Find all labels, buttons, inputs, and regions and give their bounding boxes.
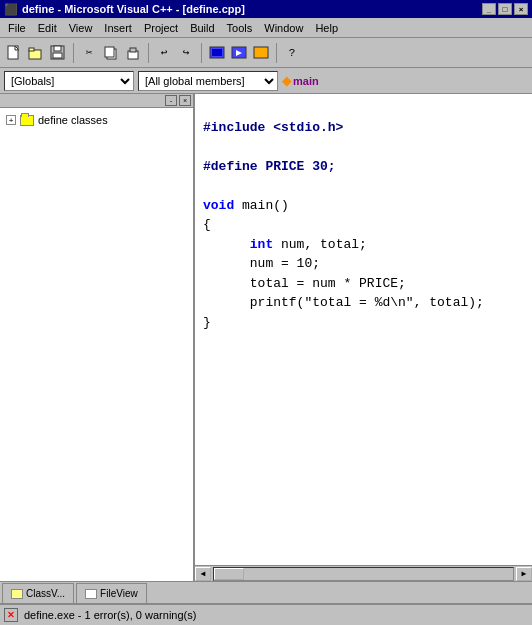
main-area: - × + define classes #include <stdio.h> …	[0, 94, 532, 581]
menu-bar: File Edit View Insert Project Build Tool…	[0, 18, 532, 38]
tree-area: + define classes	[0, 108, 193, 581]
tree-label: define classes	[38, 114, 108, 126]
open-file-button[interactable]	[26, 43, 46, 63]
toolbar-sep-4	[276, 43, 277, 63]
function-label: ◆ main	[282, 74, 319, 88]
class-dropdown[interactable]: [Globals]	[4, 71, 134, 91]
menu-edit[interactable]: Edit	[32, 20, 63, 36]
fileview-icon	[85, 589, 97, 599]
menu-file[interactable]: File	[2, 20, 32, 36]
maximize-button[interactable]: □	[498, 3, 512, 15]
folder-icon	[20, 115, 34, 126]
code-content: #include <stdio.h> #define PRICE 30; voi…	[203, 98, 524, 352]
cut-button[interactable]: ✂	[79, 43, 99, 63]
line-int-keyword: int	[250, 237, 273, 252]
menu-insert[interactable]: Insert	[98, 20, 138, 36]
debug-button[interactable]	[251, 43, 271, 63]
line-define: #define PRICE 30;	[203, 159, 336, 174]
code-editor[interactable]: #include <stdio.h> #define PRICE 30; voi…	[195, 94, 532, 565]
menu-help[interactable]: Help	[309, 20, 344, 36]
scroll-thumb[interactable]	[214, 568, 244, 580]
menu-project[interactable]: Project	[138, 20, 184, 36]
svg-rect-6	[53, 53, 62, 58]
undo-button[interactable]: ↩	[154, 43, 174, 63]
toolbar-sep-3	[201, 43, 202, 63]
svg-rect-5	[54, 46, 61, 51]
dropdown-bar: [Globals] [All global members] ◆ main	[0, 68, 532, 94]
panel-header: - ×	[0, 94, 193, 108]
help-button[interactable]: ?	[282, 43, 302, 63]
tab-fileview-label: FileView	[100, 588, 138, 599]
close-button[interactable]: ×	[514, 3, 528, 15]
line-main-sig: main()	[234, 198, 289, 213]
line-void: void	[203, 198, 234, 213]
status-text: define.exe - 1 error(s), 0 warning(s)	[24, 609, 196, 621]
bottom-tabs: ClassV... FileView	[0, 581, 532, 603]
title-bar-text: ⬛ define - Microsoft Visual C++ - [defin…	[4, 3, 245, 16]
panel-close-button[interactable]: ×	[179, 95, 191, 106]
toolbar-sep-1	[73, 43, 74, 63]
svg-rect-15	[254, 47, 268, 58]
line-include: #include <stdio.h>	[203, 120, 343, 135]
save-button[interactable]	[48, 43, 68, 63]
code-scrollbar[interactable]: ◀ ▶	[195, 565, 532, 581]
menu-build[interactable]: Build	[184, 20, 220, 36]
menu-window[interactable]: Window	[258, 20, 309, 36]
line-printf: printf("total = %d\n", total);	[250, 295, 484, 310]
app-icon: ⬛	[4, 3, 18, 16]
status-icon: ✕	[4, 608, 18, 622]
menu-tools[interactable]: Tools	[221, 20, 259, 36]
run-button[interactable]	[229, 43, 249, 63]
redo-button[interactable]: ↪	[176, 43, 196, 63]
title-bar: ⬛ define - Microsoft Visual C++ - [defin…	[0, 0, 532, 18]
minimize-button[interactable]: _	[482, 3, 496, 15]
tab-fileview[interactable]: FileView	[76, 583, 147, 603]
title-text: define - Microsoft Visual C++ - [define.…	[22, 3, 245, 15]
members-dropdown[interactable]: [All global members]	[138, 71, 278, 91]
line-open-brace: {	[203, 217, 211, 232]
scroll-right-button[interactable]: ▶	[516, 567, 532, 581]
line-num-assign: num = 10;	[250, 256, 320, 271]
svg-rect-12	[212, 49, 222, 56]
toolbar-sep-2	[148, 43, 149, 63]
menu-view[interactable]: View	[63, 20, 99, 36]
line-total-assign: total = num * PRICE;	[250, 276, 406, 291]
line-var-decl: num, total;	[273, 237, 367, 252]
copy-button[interactable]	[101, 43, 121, 63]
status-bar: ✕ define.exe - 1 error(s), 0 warning(s)	[0, 603, 532, 625]
title-controls[interactable]: _ □ ×	[482, 3, 528, 15]
tree-root-item[interactable]: + define classes	[6, 114, 187, 126]
new-file-button[interactable]	[4, 43, 24, 63]
scroll-track[interactable]	[213, 567, 514, 581]
function-name: main	[293, 75, 319, 87]
scroll-left-button[interactable]: ◀	[195, 567, 211, 581]
tree-expand-icon[interactable]: +	[6, 115, 16, 125]
toolbar: ✂ ↩ ↪ ?	[0, 38, 532, 68]
classview-icon	[11, 589, 23, 599]
diamond-icon: ◆	[282, 74, 291, 88]
paste-button[interactable]	[123, 43, 143, 63]
line-close-brace: }	[203, 315, 211, 330]
build-button[interactable]	[207, 43, 227, 63]
tab-classview[interactable]: ClassV...	[2, 583, 74, 603]
svg-rect-3	[29, 48, 34, 51]
right-panel-container: #include <stdio.h> #define PRICE 30; voi…	[195, 94, 532, 581]
panel-minimize-button[interactable]: -	[165, 95, 177, 106]
left-panel: - × + define classes	[0, 94, 195, 581]
svg-rect-10	[130, 48, 136, 52]
tab-classview-label: ClassV...	[26, 588, 65, 599]
svg-rect-8	[105, 47, 114, 57]
